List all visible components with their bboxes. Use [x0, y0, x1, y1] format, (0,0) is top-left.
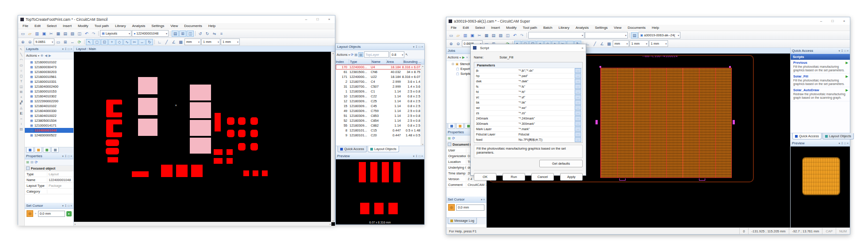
- layout-tree-item[interactable]: ▦121600010102: [25, 60, 73, 65]
- menu-modify[interactable]: Modify: [75, 24, 92, 28]
- pick-icon[interactable]: ↖: [405, 53, 408, 57]
- copy-icon[interactable]: ▦: [55, 31, 61, 36]
- select-pan-icon[interactable]: +: [108, 39, 115, 45]
- snap-angle-icon[interactable]: ∠: [170, 39, 177, 45]
- open-icon[interactable]: ▱: [27, 31, 33, 36]
- property-row[interactable]: Category: [25, 189, 73, 194]
- focused-object-group[interactable]: Focused object: [25, 166, 73, 171]
- parameter-row[interactable]: fd"*.fd"…: [474, 89, 582, 95]
- menu-library[interactable]: Library: [555, 26, 572, 30]
- tool-icon[interactable]: +: [19, 95, 24, 100]
- table-header[interactable]: IndexTypeNameAreaBounding ...: [336, 59, 424, 65]
- layout-tree-item[interactable]: ▦121604010302: [25, 94, 73, 99]
- script-name-value[interactable]: Solar_Fill: [499, 55, 583, 59]
- actions-button[interactable]: Actions ▾: [26, 54, 39, 58]
- tool-icon[interactable]: ▤: [19, 127, 24, 131]
- table-row[interactable]: 3112180700...C5072.9991.4 x 3.6: [336, 84, 424, 89]
- expand-icon[interactable]: ⊟: [452, 62, 454, 66]
- table-row[interactable]: 1212180309...C251.140.8 x 2.5: [336, 99, 424, 104]
- browse-button[interactable]: …: [575, 137, 581, 142]
- menu-help[interactable]: Help: [649, 26, 662, 30]
- run-button[interactable]: Run: [503, 173, 525, 181]
- snap-combo[interactable]: 1 mm▾: [649, 40, 668, 47]
- menu-file[interactable]: File: [19, 24, 31, 28]
- flip-horizontal-icon[interactable]: ⇋: [211, 31, 218, 36]
- run-script-icon[interactable]: ▶: [846, 89, 848, 92]
- open-icon[interactable]: ▱: [455, 32, 461, 38]
- tool-icon[interactable]: ○: [19, 68, 24, 73]
- cursor-target-icon[interactable]: ◎: [448, 204, 455, 211]
- parameter-row[interactable]: wz"*.wz"…: [474, 105, 582, 111]
- quick-access-header[interactable]: Quick Access ▾↧□×: [791, 48, 850, 54]
- grid-combo[interactable]: 1 mm▾: [630, 40, 649, 47]
- tool-icon[interactable]: ↖: [19, 47, 24, 52]
- settings-icon[interactable]: ⊕: [41, 54, 43, 58]
- select-icon[interactable]: ↖: [86, 39, 93, 45]
- units-combo[interactable]: mm▾: [184, 39, 201, 45]
- property-row[interactable]: Layout TypePackage: [25, 183, 73, 189]
- right-titlebar[interactable]: a30019-0063-ak(1).cam * - CircuitCAM Sup…: [446, 17, 850, 25]
- browse-button[interactable]: …: [575, 95, 581, 100]
- preview-zoom-combo[interactable]: 0.8▾: [390, 51, 404, 58]
- table-row[interactable]: 1012180309...C221.140.8 x 2.5: [336, 94, 424, 99]
- document-combo[interactable]: ▣ a30019-0063-ak--24(▾: [638, 32, 680, 39]
- parameter-row[interactable]: bk"*.bk"…: [474, 100, 582, 105]
- layout-tree-item[interactable]: ▦122400001048: [25, 128, 73, 133]
- layout-tree-item[interactable]: ▦121604010022: [25, 113, 73, 118]
- minimize-button[interactable]: –: [300, 15, 312, 23]
- copy-icon[interactable]: ▦: [483, 32, 490, 38]
- panel-header-icons[interactable]: ▾↧□×: [62, 47, 72, 51]
- print-icon[interactable]: ▧: [69, 31, 76, 36]
- parameter-row[interactable]: Mark Layer"*.mark"…: [474, 127, 582, 132]
- layer-filter-input[interactable]: TopLayer: [364, 51, 389, 58]
- layout-tree-item[interactable]: ▦121600010153: [25, 89, 73, 94]
- script-item[interactable]: Solar_Fill▶Fill the photovoltaic manufac…: [791, 73, 850, 87]
- measure-icon[interactable]: ▩: [177, 39, 184, 45]
- refresh-icon[interactable]: ⟳: [452, 136, 455, 140]
- preview-header[interactable]: Preview ▾↧□×: [336, 153, 424, 159]
- layout-tree-item[interactable]: ▦1216040002400: [25, 84, 73, 89]
- new-icon[interactable]: ▭: [19, 31, 26, 36]
- vertical-scrollbar[interactable]: ▴▾: [331, 52, 335, 222]
- column-header[interactable]: Bounding ...: [403, 59, 424, 64]
- print-icon[interactable]: ▧: [497, 32, 504, 38]
- tool-icon[interactable]: ◬: [19, 105, 24, 110]
- zoom-all-icon[interactable]: ↔: [69, 39, 76, 45]
- browse-button[interactable]: …: [575, 84, 581, 89]
- message-log-tab[interactable]: Message Log: [448, 218, 477, 224]
- menu-file[interactable]: File: [448, 26, 460, 30]
- run-script-icon[interactable]: ▶: [846, 75, 848, 78]
- browse-button[interactable]: …: [575, 100, 581, 105]
- snap-line-icon[interactable]: ╱: [591, 41, 598, 46]
- table-row[interactable]: 5212180309...C8541.142.5 x 0.8: [336, 118, 424, 123]
- browse-button[interactable]: …: [575, 127, 581, 131]
- layout-tree-item[interactable]: ▦121604000330: [25, 108, 73, 113]
- add-property-icon[interactable]: ⊞: [26, 160, 29, 164]
- parameter-row[interactable]: zs"*.zs"…: [474, 111, 582, 116]
- zoom-in-icon[interactable]: ⊕: [448, 41, 454, 46]
- horizontal-scrollbar[interactable]: ◂▸: [74, 222, 331, 226]
- print-preview-icon[interactable]: ◫: [504, 32, 511, 38]
- apply-button[interactable]: Apply: [560, 173, 583, 181]
- refresh-icon[interactable]: ⟳: [35, 160, 38, 164]
- layout-tree-item[interactable]: ▦121600030473: [25, 65, 73, 69]
- link-icon[interactable]: ⊞: [179, 31, 186, 37]
- layout-tree-item[interactable]: ▦121600030203: [25, 69, 73, 74]
- property-row[interactable]: TypeLayout: [25, 171, 73, 177]
- panel-tab[interactable]: [51, 147, 59, 153]
- layouts-combo[interactable]: ▦ Layouts▾: [100, 30, 131, 37]
- close-button[interactable]: ×: [323, 15, 335, 23]
- maximize-button[interactable]: □: [827, 17, 838, 25]
- parameter-row[interactable]: 300mark"*.300mark"…: [474, 121, 582, 127]
- menu-tool-path[interactable]: Tool path: [92, 24, 112, 28]
- layout-tree-item[interactable]: ▦121000014171: [25, 123, 73, 128]
- set-cursor-panel-header[interactable]: Set Cursor ▾×: [446, 197, 486, 203]
- parameter-row[interactable]: hp"*.pad"…: [474, 73, 582, 79]
- tool-icon[interactable]: ↕: [19, 121, 24, 126]
- column-header[interactable]: Index: [336, 59, 349, 64]
- layout-tree-item[interactable]: ▦121604010102: [25, 104, 73, 108]
- save-all-icon[interactable]: ▥: [462, 32, 469, 38]
- align-icon[interactable]: ≡: [218, 31, 225, 36]
- cursor-target-icon[interactable]: ◎: [27, 210, 33, 217]
- zoom-window-icon[interactable]: ⊞: [62, 39, 69, 45]
